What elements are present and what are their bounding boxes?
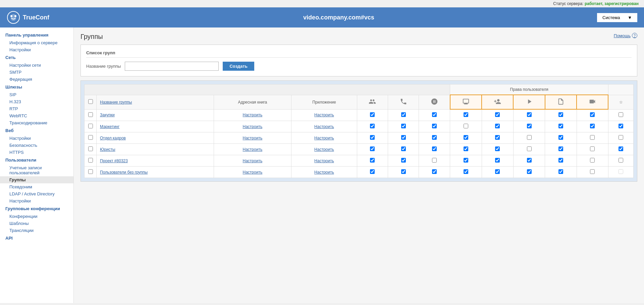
- perm-checkbox[interactable]: [495, 169, 500, 174]
- perm-checkbox[interactable]: [495, 135, 500, 140]
- sidebar-item-settings[interactable]: Настройки: [0, 46, 73, 53]
- application-link[interactable]: Настроить: [314, 159, 334, 163]
- perm-checkbox[interactable]: [495, 146, 500, 151]
- perm-checkbox[interactable]: [432, 124, 437, 128]
- perm-checkbox[interactable]: [495, 112, 500, 117]
- sidebar-item-web-settings[interactable]: Настройки: [0, 135, 73, 142]
- sidebar-item-sip[interactable]: SIP: [0, 91, 73, 98]
- perm-checkbox[interactable]: [464, 112, 468, 117]
- perm-checkbox[interactable]: [558, 146, 563, 151]
- perm-checkbox[interactable]: [619, 135, 623, 140]
- perm-checkbox[interactable]: [527, 112, 532, 117]
- group-name-link[interactable]: Юристы: [100, 147, 115, 152]
- row-checkbox[interactable]: [88, 158, 93, 163]
- address-book-link[interactable]: Настроить: [243, 124, 263, 129]
- perm-checkbox[interactable]: [464, 146, 468, 151]
- th-select-all[interactable]: [85, 95, 97, 109]
- group-name-link[interactable]: Проект #80323: [100, 159, 128, 163]
- perm-checkbox[interactable]: [619, 169, 623, 174]
- perm-checkbox[interactable]: [370, 112, 375, 117]
- perm-checkbox[interactable]: [370, 124, 375, 128]
- row-checkbox[interactable]: [88, 112, 93, 117]
- select-all-checkbox[interactable]: [88, 99, 93, 104]
- sidebar-section-users[interactable]: Пользователи: [0, 156, 73, 164]
- perm-checkbox[interactable]: [401, 146, 406, 151]
- row-checkbox[interactable]: [88, 169, 93, 174]
- perm-checkbox[interactable]: [619, 146, 623, 151]
- perm-checkbox[interactable]: [401, 112, 406, 117]
- address-book-link[interactable]: Настроить: [243, 136, 263, 140]
- perm-checkbox[interactable]: [464, 124, 468, 128]
- perm-checkbox[interactable]: [401, 135, 406, 140]
- sidebar-item-h323[interactable]: H.323: [0, 98, 73, 105]
- perm-checkbox[interactable]: [558, 169, 563, 174]
- sidebar-item-templates[interactable]: Шаблоны: [0, 220, 73, 227]
- sidebar-item-user-settings[interactable]: Настройки: [0, 197, 73, 204]
- sidebar-item-webrtc[interactable]: WebRTC: [0, 112, 73, 119]
- application-link[interactable]: Настроить: [314, 170, 334, 175]
- sidebar-item-pseudonym[interactable]: Псевдоним: [0, 183, 73, 190]
- sidebar-section-gateways[interactable]: Шлюзы: [0, 83, 73, 91]
- perm-checkbox[interactable]: [558, 112, 563, 117]
- th-group-name[interactable]: Название группы: [97, 95, 214, 109]
- sidebar-item-user-accounts[interactable]: Учетные записи пользователей: [0, 164, 73, 176]
- sidebar-section-net[interactable]: Сеть: [0, 53, 73, 62]
- perm-checkbox[interactable]: [590, 169, 595, 174]
- sidebar-item-rtp[interactable]: RTP: [0, 105, 73, 112]
- group-name-link[interactable]: Закупки: [100, 113, 115, 117]
- sidebar-item-groups[interactable]: Группы: [0, 176, 73, 183]
- perm-checkbox[interactable]: [527, 158, 532, 163]
- sidebar-item-transcoding[interactable]: Транскодирование: [0, 119, 73, 126]
- perm-checkbox[interactable]: [370, 158, 375, 163]
- create-button[interactable]: Создать: [223, 62, 254, 71]
- group-name-link[interactable]: Пользователи без группы: [100, 170, 148, 175]
- sidebar-section-panel[interactable]: Панель управления: [0, 31, 73, 39]
- perm-checkbox[interactable]: [558, 135, 563, 140]
- perm-checkbox[interactable]: [401, 124, 406, 128]
- sidebar-section-api[interactable]: API: [0, 234, 73, 242]
- address-book-link[interactable]: Настроить: [243, 170, 263, 175]
- sidebar-item-ldap[interactable]: LDAP / Active Directory: [0, 190, 73, 197]
- perm-checkbox[interactable]: [401, 169, 406, 174]
- sidebar-item-federation[interactable]: Федерация: [0, 76, 73, 83]
- perm-checkbox[interactable]: [590, 124, 595, 128]
- sidebar-item-conferences[interactable]: Конференции: [0, 213, 73, 220]
- group-name-link[interactable]: Маркетинг: [100, 124, 119, 129]
- perm-checkbox[interactable]: [558, 158, 563, 163]
- row-checkbox[interactable]: [88, 146, 93, 151]
- application-link[interactable]: Настроить: [314, 113, 334, 117]
- perm-checkbox[interactable]: [464, 158, 468, 163]
- perm-checkbox[interactable]: [432, 158, 437, 163]
- application-link[interactable]: Настроить: [314, 136, 334, 140]
- perm-checkbox[interactable]: [495, 124, 500, 128]
- address-book-link[interactable]: Настроить: [243, 147, 263, 152]
- perm-checkbox[interactable]: [370, 169, 375, 174]
- system-button[interactable]: Система ▼: [597, 13, 637, 22]
- sidebar-item-https[interactable]: HTTPS: [0, 149, 73, 156]
- address-book-link[interactable]: Настроить: [243, 159, 263, 163]
- perm-checkbox[interactable]: [527, 135, 532, 140]
- row-checkbox[interactable]: [88, 124, 93, 128]
- group-name-link[interactable]: Отдел кадров: [100, 136, 126, 140]
- group-name-input[interactable]: [125, 62, 219, 71]
- perm-checkbox[interactable]: [590, 112, 595, 117]
- perm-checkbox[interactable]: [558, 124, 563, 128]
- sidebar-item-security[interactable]: Безопасность: [0, 142, 73, 149]
- perm-checkbox[interactable]: [527, 124, 532, 128]
- application-link[interactable]: Настроить: [314, 124, 334, 129]
- sidebar-section-conferences[interactable]: Групповые конференции: [0, 204, 73, 213]
- perm-checkbox[interactable]: [464, 135, 468, 140]
- perm-checkbox[interactable]: [619, 124, 623, 128]
- perm-checkbox[interactable]: [590, 146, 595, 151]
- sidebar-item-streams[interactable]: Трансляции: [0, 227, 73, 234]
- perm-checkbox[interactable]: [590, 158, 595, 163]
- perm-checkbox[interactable]: [495, 158, 500, 163]
- sidebar-item-server-info[interactable]: Информация о сервере: [0, 39, 73, 46]
- perm-checkbox[interactable]: [370, 146, 375, 151]
- perm-checkbox[interactable]: [590, 135, 595, 140]
- address-book-link[interactable]: Настроить: [243, 113, 263, 117]
- perm-checkbox[interactable]: [401, 158, 406, 163]
- perm-checkbox[interactable]: [619, 112, 623, 117]
- help-link[interactable]: Помощь ?: [614, 33, 637, 38]
- perm-checkbox[interactable]: [432, 112, 437, 117]
